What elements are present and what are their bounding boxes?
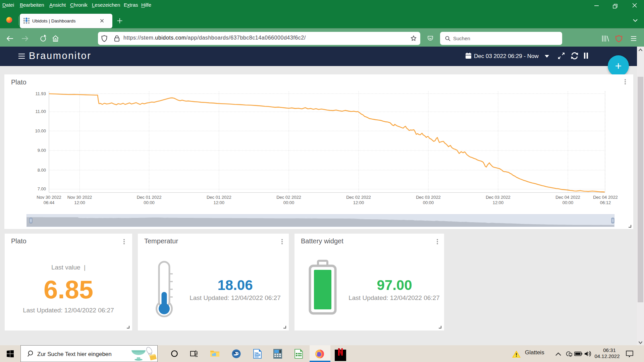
svg-text:12:00: 12:00 <box>353 200 364 205</box>
svg-text:11.00: 11.00 <box>35 109 46 114</box>
svg-text:12:00: 12:00 <box>214 200 225 205</box>
svg-text:12:00: 12:00 <box>493 200 504 205</box>
svg-text:12:00: 12:00 <box>74 200 85 205</box>
svg-text:8.00: 8.00 <box>38 168 46 173</box>
svg-text:Dec 03 2022: Dec 03 2022 <box>486 195 511 200</box>
svg-text:9.00: 9.00 <box>38 148 46 153</box>
svg-text:Dec 02 2022: Dec 02 2022 <box>346 195 371 200</box>
svg-text:Dec 01 2022: Dec 01 2022 <box>137 195 162 200</box>
svg-text:06:12: 06:12 <box>600 200 611 205</box>
svg-text:00:00: 00:00 <box>423 200 434 205</box>
svg-text:Nov 30 2022: Nov 30 2022 <box>67 195 92 200</box>
svg-text:Dec 01 2022: Dec 01 2022 <box>207 195 231 200</box>
svg-text:00:00: 00:00 <box>562 200 574 205</box>
svg-text:Dec 04 2022: Dec 04 2022 <box>593 195 618 200</box>
svg-text:11.93: 11.93 <box>35 91 46 96</box>
svg-text:Dec 02 2022: Dec 02 2022 <box>276 195 301 200</box>
svg-text:Nov 30 2022: Nov 30 2022 <box>37 195 61 200</box>
svg-text:7.00: 7.00 <box>38 186 46 191</box>
svg-text:10.00: 10.00 <box>35 128 46 133</box>
svg-text:00:00: 00:00 <box>283 200 294 205</box>
svg-text:00:00: 00:00 <box>144 200 155 205</box>
svg-text:06:44: 06:44 <box>44 200 55 205</box>
svg-text:Dec 03 2022: Dec 03 2022 <box>416 195 441 200</box>
svg-text:Dec 04 2022: Dec 04 2022 <box>555 195 580 200</box>
